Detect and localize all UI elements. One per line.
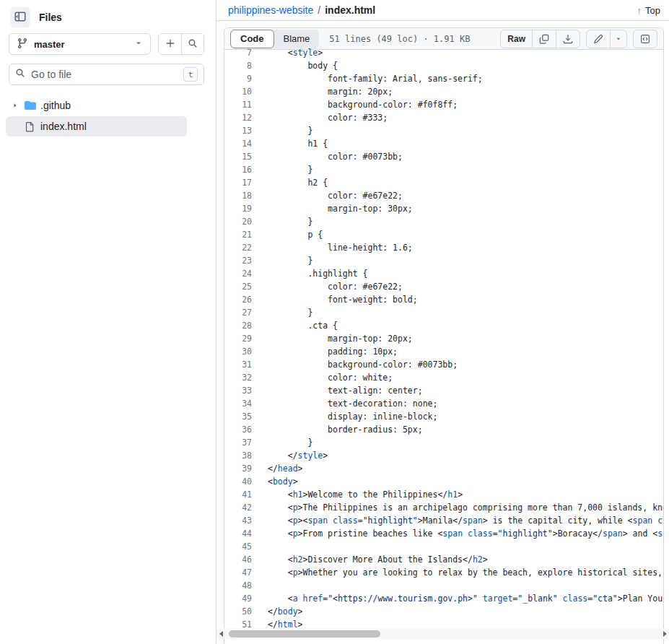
breadcrumb-separator: / xyxy=(318,4,320,16)
line-number[interactable]: 20 xyxy=(224,215,261,228)
code-line: 23 } xyxy=(224,254,663,267)
code-line-content: </head> xyxy=(261,462,663,475)
line-number[interactable]: 10 xyxy=(224,85,261,98)
download-button[interactable] xyxy=(556,30,580,48)
line-number[interactable]: 50 xyxy=(224,605,261,618)
code-line: 27 } xyxy=(224,306,663,319)
code-line-content: border-radius: 5px; xyxy=(261,423,663,436)
line-number[interactable]: 24 xyxy=(224,267,261,280)
line-number[interactable]: 37 xyxy=(224,436,261,449)
line-number[interactable]: 48 xyxy=(224,579,261,592)
copy-icon xyxy=(539,34,549,44)
horizontal-scrollbar[interactable] xyxy=(217,629,669,639)
edit-options-dropdown[interactable] xyxy=(610,30,627,48)
line-number[interactable]: 16 xyxy=(224,163,261,176)
line-number[interactable]: 14 xyxy=(224,137,261,150)
code-line: 40<body> xyxy=(224,475,663,488)
line-number[interactable]: 41 xyxy=(224,488,261,501)
search-icon xyxy=(188,38,198,51)
code-line-content: color: #e67e22; xyxy=(261,280,663,293)
code-line: 14 h1 { xyxy=(224,137,663,150)
branch-selector-button[interactable]: master xyxy=(9,33,151,55)
sidebar-controls: master xyxy=(0,32,216,85)
code-line-content: text-align: center; xyxy=(261,384,663,397)
code-line: 18 color: #e67e22; xyxy=(224,189,663,202)
line-number[interactable]: 45 xyxy=(224,540,261,553)
line-number[interactable]: 22 xyxy=(224,241,261,254)
code-line: 37 } xyxy=(224,436,663,449)
chevron-right-icon xyxy=(6,101,25,110)
line-number[interactable]: 49 xyxy=(224,592,261,605)
raw-button[interactable]: Raw xyxy=(500,30,533,48)
collapse-file-tree-button[interactable] xyxy=(10,7,30,27)
line-number[interactable]: 39 xyxy=(224,462,261,475)
line-number[interactable]: 19 xyxy=(224,202,261,215)
code-line: 33 text-align: center; xyxy=(224,384,663,397)
folder-icon xyxy=(25,100,40,111)
code-line: 10 margin: 20px; xyxy=(224,85,663,98)
line-number[interactable]: 30 xyxy=(224,345,261,358)
tab-blame[interactable]: Blame xyxy=(274,30,320,48)
edit-file-button[interactable] xyxy=(586,30,611,48)
line-number[interactable]: 27 xyxy=(224,306,261,319)
new-file-button[interactable] xyxy=(159,34,181,54)
line-number[interactable]: 8 xyxy=(224,59,261,72)
code-line-content: p { xyxy=(261,228,663,241)
line-number[interactable]: 15 xyxy=(224,150,261,163)
line-number[interactable]: 28 xyxy=(224,319,261,332)
line-number[interactable]: 23 xyxy=(224,254,261,267)
line-number[interactable]: 29 xyxy=(224,332,261,345)
search-this-repo-button[interactable] xyxy=(181,34,204,54)
line-number[interactable]: 25 xyxy=(224,280,261,293)
code-line-content: <p>The Philippines is an archipelago com… xyxy=(261,501,663,514)
scroll-to-top-button[interactable]: ↑ Top xyxy=(637,5,660,16)
scrollbar-track[interactable] xyxy=(225,629,660,639)
file-tree-sidebar: Files master xyxy=(0,0,217,644)
line-number[interactable]: 40 xyxy=(224,475,261,488)
code-line-content: display: inline-block; xyxy=(261,410,663,423)
line-number[interactable]: 31 xyxy=(224,358,261,371)
line-number[interactable]: 42 xyxy=(224,501,261,514)
code-line-content xyxy=(261,579,663,592)
file-size-info: 51 lines (49 loc) · 1.91 KB xyxy=(329,34,470,44)
breadcrumb-repo-link[interactable]: philippines-website xyxy=(228,4,313,16)
line-number[interactable]: 46 xyxy=(224,553,261,566)
code-square-icon xyxy=(640,34,650,44)
line-number[interactable]: 38 xyxy=(224,449,261,462)
code-line: 48 xyxy=(224,579,663,592)
code-line-content: } xyxy=(261,163,663,176)
symbols-panel-button[interactable] xyxy=(633,30,657,48)
line-number[interactable]: 9 xyxy=(224,72,261,85)
line-number[interactable]: 33 xyxy=(224,384,261,397)
line-number[interactable]: 43 xyxy=(224,514,261,527)
scroll-left-arrow-icon[interactable] xyxy=(217,629,225,639)
line-number[interactable]: 13 xyxy=(224,124,261,137)
line-number[interactable]: 44 xyxy=(224,527,261,540)
scroll-right-arrow-icon[interactable] xyxy=(660,629,669,639)
code-line-content: margin: 20px; xyxy=(261,85,663,98)
code-line-content: <style> xyxy=(261,46,663,59)
line-number[interactable]: 32 xyxy=(224,371,261,384)
go-to-file-input[interactable]: Go to file t xyxy=(9,64,204,85)
scrollbar-thumb[interactable] xyxy=(229,630,380,638)
line-number[interactable]: 11 xyxy=(224,98,261,111)
line-number[interactable]: 17 xyxy=(224,176,261,189)
code-line: 8 body { xyxy=(224,59,663,72)
line-number[interactable]: 47 xyxy=(224,566,261,579)
line-number[interactable]: 12 xyxy=(224,111,261,124)
code-line-content: <p>From pristine beaches like <span clas… xyxy=(261,527,663,540)
copy-button[interactable] xyxy=(532,30,556,48)
tree-item-index-html[interactable]: index.html xyxy=(6,116,187,136)
line-number[interactable]: 35 xyxy=(224,410,261,423)
code-line-content: font-weight: bold; xyxy=(261,293,663,306)
line-number[interactable]: 7 xyxy=(224,46,261,59)
tree-item-github-folder[interactable]: .github xyxy=(6,95,187,116)
line-number[interactable]: 21 xyxy=(224,228,261,241)
tab-code[interactable]: Code xyxy=(230,30,274,48)
line-number[interactable]: 36 xyxy=(224,423,261,436)
line-number[interactable]: 18 xyxy=(224,189,261,202)
code-line-content: } xyxy=(261,254,663,267)
line-number[interactable]: 34 xyxy=(224,397,261,410)
line-number[interactable]: 26 xyxy=(224,293,261,306)
code-line: 21 p { xyxy=(224,228,663,241)
